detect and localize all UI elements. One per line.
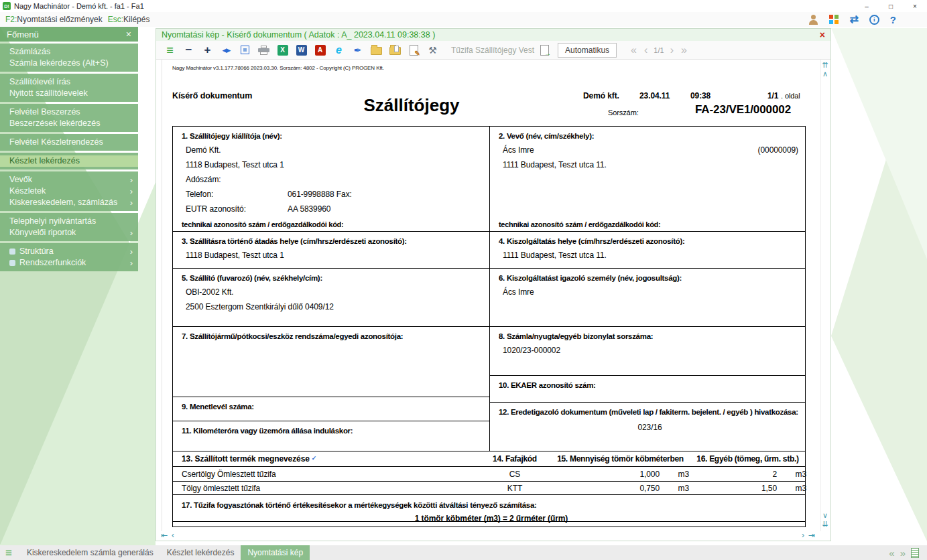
sidebar-item-label: Struktúra: [19, 246, 54, 257]
sidebar-item-kiskereskedelem-szamlazas[interactable]: Kiskereskedelem, számlázás›: [0, 197, 138, 208]
next-view-icon[interactable]: »: [900, 547, 906, 559]
fit-page-button[interactable]: [237, 42, 253, 58]
taskbar-menu-icon[interactable]: ≡: [5, 547, 12, 559]
sidebar-item-szamla-lekerdezes[interactable]: Számla lekérdezés (Alt+S): [0, 58, 138, 69]
field-label: 4. Kiszolgáltatás helye (cím/hrsz/erdész…: [499, 234, 801, 248]
last-page-button[interactable]: »: [678, 45, 690, 56]
scroll-bottom-icon[interactable]: ⇊: [822, 520, 828, 529]
sidebar-item-beszerzesek-lekerdezes[interactable]: Beszerzések lekérdezés: [0, 118, 138, 129]
export-pdf-button[interactable]: A: [312, 42, 328, 58]
export-html-button[interactable]: e: [330, 42, 347, 58]
other-value: 1,50: [689, 484, 777, 493]
document-header: Kísérő dokumentum Szállítójegy Demó kft.…: [172, 74, 807, 126]
field-label: 12. Eredetigazoló dokumentum (műveleti l…: [499, 405, 801, 419]
horizontal-scrollbar[interactable]: ⇤ ‹ › ⇥: [156, 530, 820, 541]
field-label: 10. EKAER azonosító szám:: [499, 378, 801, 392]
chevron-right-icon: ›: [130, 246, 133, 257]
zoom-out-button[interactable]: −: [180, 42, 197, 58]
template-button[interactable]: →: [536, 42, 553, 58]
print-button[interactable]: [255, 42, 272, 58]
tab-nyomtatasi-kep[interactable]: Nyomtatási kép: [241, 545, 310, 560]
next-page-button[interactable]: ›: [668, 45, 676, 56]
product-code: CS: [478, 470, 552, 479]
help-icon[interactable]: ?: [890, 14, 896, 25]
scroll-right-icon[interactable]: ›: [800, 531, 806, 540]
apps-grid-icon[interactable]: [829, 15, 839, 24]
sign-button[interactable]: ✒: [349, 42, 366, 58]
scroll-top-icon[interactable]: ⇈: [822, 61, 828, 70]
document-list-icon[interactable]: [911, 548, 919, 558]
sidebar-close-icon[interactable]: ×: [126, 29, 131, 40]
scroll-end-icon[interactable]: ⇥: [806, 531, 817, 540]
sidebar-item-keszletek[interactable]: Készletek›: [0, 186, 138, 197]
sidebar-item-label: Szállítólevél írás: [9, 76, 70, 88]
scroll-down-icon[interactable]: ∨: [822, 511, 828, 520]
sidebar-item-label: Számla lekérdezés (Alt+S): [9, 58, 109, 69]
sidebar-item-label: Rendszerfunkciók: [19, 257, 86, 269]
first-page-button[interactable]: «: [628, 45, 639, 56]
zoom-in-button[interactable]: +: [199, 42, 216, 58]
sidebar-item-szamlazas[interactable]: Számlázás: [0, 46, 138, 58]
preview-close-icon[interactable]: ×: [820, 30, 825, 40]
chevron-right-icon: ›: [130, 197, 133, 208]
tab-kiskereskedelem-szamla-generalas[interactable]: Kiskereskedelem számla generálás: [20, 545, 160, 560]
sidebar-item-telephelyi-nyilvantartas[interactable]: Telephelyi nyilvántartás: [0, 216, 138, 227]
sidebar-item-szallitolevel-iras[interactable]: Szállítólevél írás: [0, 76, 138, 88]
minimize-button[interactable]: –: [855, 0, 879, 12]
product-name: Tölgy ömlesztett tűzifa: [173, 484, 478, 493]
sidebar-item-keszlet-lekerdezes[interactable]: Készlet lekérdezés: [0, 155, 138, 167]
sidebar-group: Készlet lekérdezés: [0, 153, 138, 169]
sidebar-item-struktura[interactable]: Struktúra›: [0, 246, 138, 257]
sidebar-item-felvetel-keszletrendezes[interactable]: Felvétel Készletrendezés: [0, 137, 138, 148]
customer-code: (00000009): [758, 143, 798, 157]
vertical-scrollbar[interactable]: ⇈ ∧ ∨ ⇊: [820, 60, 830, 530]
mode-select-button[interactable]: Automatikus: [558, 43, 617, 58]
sidebar-item-rendszerfunkciok[interactable]: Rendszerfunkciók›: [0, 257, 138, 269]
open-button[interactable]: [368, 42, 385, 58]
product-other: 1,50m3: [689, 484, 806, 493]
sidebar-item-nyitott-szallitolevelek[interactable]: Nyitott szállítólevelek: [0, 88, 138, 99]
excel-icon: X: [277, 45, 288, 56]
sidebar-item-felvetel-beszerzes[interactable]: Felvétel Beszerzés: [0, 107, 138, 118]
toolbar-menu-button[interactable]: ≡: [162, 42, 178, 58]
document-title: Szállítójegy: [271, 95, 552, 116]
sidebar-group: Felvétel Készletrendezés: [0, 134, 138, 151]
taskbar-right: « »: [889, 547, 927, 559]
chevron-right-icon: ›: [130, 227, 133, 238]
quantity-unit: m3: [660, 470, 689, 479]
menubar-icons: ⇄ i ?: [808, 14, 927, 25]
export-word-button[interactable]: W: [293, 42, 310, 58]
chevron-right-icon: ›: [130, 257, 133, 269]
field-value: OBI-2002 Kft.: [186, 285, 485, 299]
prev-page-button[interactable]: ‹: [641, 45, 650, 56]
scroll-home-icon[interactable]: ⇤: [159, 531, 170, 540]
prev-view-icon[interactable]: «: [889, 547, 894, 559]
product-other: 2m3: [689, 470, 806, 479]
export-excel-button[interactable]: X: [274, 42, 291, 58]
scroll-left-icon[interactable]: ‹: [170, 531, 176, 540]
info-icon[interactable]: i: [869, 15, 879, 25]
save-button[interactable]: [387, 42, 404, 58]
user-icon[interactable]: [808, 14, 818, 25]
scroll-up-icon[interactable]: ∧: [822, 70, 828, 78]
close-button[interactable]: ×: [903, 0, 927, 12]
field-1-cell: 1. Szállítójegy kiállítója (név): Demó K…: [173, 127, 489, 231]
tab-keszlet-lekerdezes[interactable]: Készlet lekérdezés: [160, 545, 241, 560]
sync-icon[interactable]: ⇄: [849, 14, 858, 25]
product-name: Csertölgy Ömlesztett tűzifa: [173, 470, 478, 479]
field-label: 9. Menetlevél száma:: [182, 400, 485, 413]
window-controls: – □ ×: [855, 0, 927, 12]
fit-width-button[interactable]: ◀▶: [218, 42, 235, 58]
maximize-button[interactable]: □: [879, 0, 903, 12]
menu-print-history[interactable]: F2:Nyomtatási előzmények: [5, 15, 103, 24]
sidebar-item-konyveloi-riportok[interactable]: Könyvelői riportok›: [0, 227, 138, 238]
bottom-taskbar: ≡ Kiskereskedelem számla generálás Készl…: [0, 545, 927, 560]
pdf-icon: A: [315, 45, 326, 56]
field-value: 061-9998888 Fax:: [288, 187, 352, 202]
report-name: Tűzifa Szállítójegy Vest: [451, 46, 534, 55]
field-line: EUTR azonosító:AA 5839960: [186, 202, 485, 216]
sidebar-item-vevok[interactable]: Vevők›: [0, 174, 138, 186]
menu-exit[interactable]: Esc:Kilépés: [108, 15, 150, 24]
settings-button[interactable]: ⚒: [424, 42, 441, 58]
edit-button[interactable]: ✎: [406, 42, 422, 58]
